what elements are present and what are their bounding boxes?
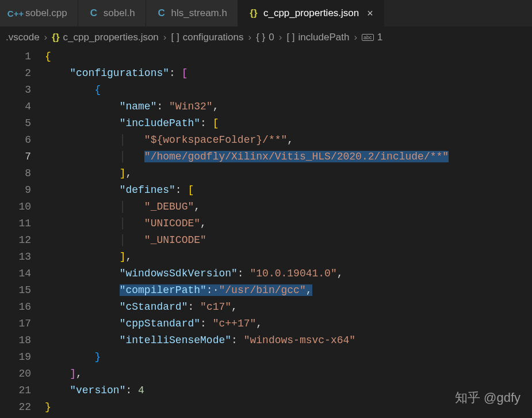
close-icon[interactable]: × [367,7,373,20]
code-line[interactable]: ], [45,165,532,182]
code-line[interactable]: │ "/home/godfly/Xilinx/Vitis_HLS/2020.2/… [45,149,532,165]
code-line[interactable]: { [45,82,532,98]
chevron-right-icon: › [162,32,168,43]
code-line[interactable]: "defines": [ [45,182,532,199]
tab-label: sobel.h [104,7,135,19]
c-file-icon: C [89,8,99,18]
code-line[interactable]: "cStandard": "c17", [45,299,532,316]
line-number: 1 [0,48,31,65]
line-number: 6 [0,132,31,149]
code-line[interactable]: "intelliSenseMode": "windows-msvc-x64" [45,332,532,349]
chevron-right-icon: › [43,32,49,43]
line-number: 8 [0,165,31,182]
line-number: 4 [0,98,31,115]
tab-c-cpp-properties[interactable]: {} c_cpp_properties.json × [238,0,384,26]
tab-label: sobel.cpp [25,7,67,19]
tab-label: hls_stream.h [171,7,227,19]
line-number: 10 [0,199,31,215]
line-number: 17 [0,316,31,332]
object-icon: { } [256,32,265,43]
line-number: 19 [0,349,31,366]
line-number: 22 [0,399,31,416]
tab-sobel-cpp[interactable]: C++ sobel.cpp [0,0,78,26]
breadcrumb-index[interactable]: 0 [269,32,274,43]
code-line[interactable]: "cppStandard": "c++17", [45,316,532,332]
code-line[interactable]: ], [45,249,532,265]
line-number: 5 [0,115,31,132]
code-content[interactable]: { "configurations": [ { "name": "Win32",… [45,48,532,416]
line-number: 15 [0,282,31,299]
json-file-icon: {} [52,32,59,43]
array-icon: [ ] [286,32,294,43]
tab-sobel-h[interactable]: C sobel.h [78,0,146,26]
line-number: 16 [0,299,31,316]
code-line[interactable]: │ "UNICODE", [45,215,532,232]
tab-label: c_cpp_properties.json [263,7,359,19]
breadcrumb-key[interactable]: configurations [183,32,244,43]
line-number: 11 [0,215,31,232]
tab-hls-stream-h[interactable]: C hls_stream.h [146,0,238,26]
line-number: 9 [0,182,31,199]
code-line[interactable]: │ "_UNICODE" [45,232,532,249]
line-number: 14 [0,265,31,282]
code-line[interactable]: │ "${workspaceFolder}/**", [45,132,532,149]
c-file-icon: C [156,8,167,18]
breadcrumb-file[interactable]: c_cpp_properties.json [63,32,159,43]
line-number: 18 [0,332,31,349]
watermark: 知乎 @gdfy [455,389,520,406]
breadcrumb[interactable]: .vscode › {} c_cpp_properties.json › [ ]… [0,26,532,48]
breadcrumb-folder[interactable]: .vscode [6,32,40,43]
string-icon: abc [362,34,374,41]
line-number-gutter: 1 2 3 4 5 6 7 8 9 10 11 12 13 14 15 16 1… [0,48,45,416]
line-number: 21 [0,382,31,399]
breadcrumb-index[interactable]: 1 [377,32,382,43]
breadcrumb-key[interactable]: includePath [298,32,350,43]
code-line[interactable]: │ "_DEBUG", [45,199,532,215]
chevron-right-icon: › [247,32,253,43]
cpp-file-icon: C++ [10,8,21,18]
tab-bar: C++ sobel.cpp C sobel.h C hls_stream.h {… [0,0,532,26]
editor[interactable]: 1 2 3 4 5 6 7 8 9 10 11 12 13 14 15 16 1… [0,48,532,416]
line-number: 7 [0,149,31,165]
line-number: 20 [0,366,31,382]
code-line[interactable]: "includePath": [ [45,115,532,132]
code-line[interactable]: ], [45,366,532,382]
code-line[interactable]: } [45,349,532,366]
chevron-right-icon: › [353,32,358,43]
line-number: 3 [0,82,31,98]
code-line[interactable]: "compilerPath":·"/usr/bin/gcc", [45,282,532,299]
code-line[interactable]: "windowsSdkVersion": "10.0.19041.0", [45,265,532,282]
array-icon: [ ] [171,32,179,43]
selected-text: "/home/godfly/Xilinx/Vitis_HLS/2020.2/in… [144,151,449,162]
code-line[interactable]: { [45,48,532,65]
code-line[interactable]: "name": "Win32", [45,98,532,115]
chevron-right-icon: › [278,32,284,43]
line-number: 12 [0,232,31,249]
json-file-icon: {} [248,8,259,18]
line-number: 13 [0,249,31,265]
code-line[interactable]: "configurations": [ [45,65,532,82]
line-number: 2 [0,65,31,82]
